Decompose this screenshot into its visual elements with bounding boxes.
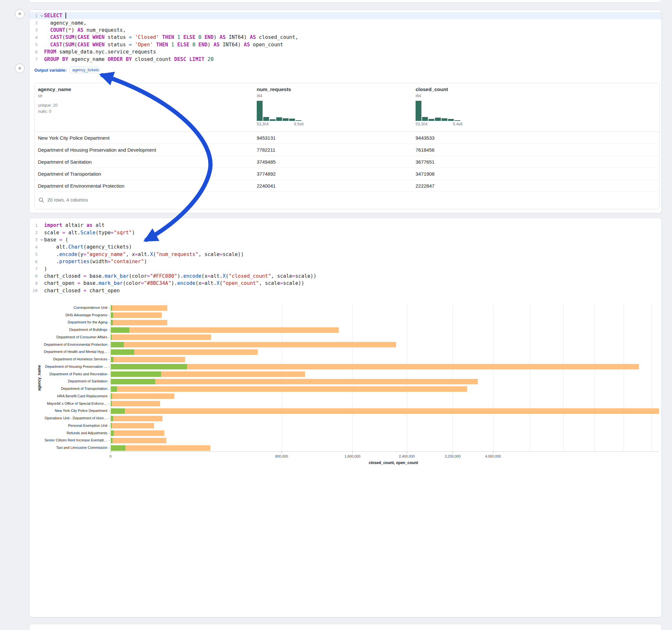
sql-code-line-7[interactable]: 7GROUP BY agency_name ORDER BY closed_co…	[29, 55, 661, 63]
sql-code-line-1[interactable]: 1SELECT	[29, 12, 661, 19]
code-text: chart_open = base.mark_bar(color="#8BC34…	[44, 280, 304, 286]
fold-chevron-icon[interactable]	[39, 14, 44, 17]
code-token: =	[141, 280, 144, 286]
python-code-line-5[interactable]: 5 .encode(y="agency_name", x=alt.X("num_…	[29, 251, 661, 258]
output-variable-chip[interactable]: agency_tickets	[70, 67, 99, 73]
gridline	[282, 304, 282, 452]
code-token: )	[132, 230, 135, 236]
code-token: =	[219, 251, 222, 257]
sql-code-line-6[interactable]: 6FROM sample_data.nyc.service_requests	[29, 48, 661, 55]
chart-bar-open	[111, 438, 113, 443]
code-token: END	[198, 42, 208, 48]
column-header-agency-name[interactable]: agency_name str unique: 20 nulls: 0	[38, 87, 71, 114]
plus-icon: +	[18, 65, 21, 72]
y-axis-label: Personal Exemption Unit	[31, 423, 107, 428]
sql-code-line-4[interactable]: 4 CAST(SUM(CASE WHEN status = 'Closed' T…	[29, 34, 661, 41]
code-token: (x	[195, 280, 201, 286]
code-token: =	[77, 280, 80, 286]
code-token	[189, 42, 192, 48]
chart-bar-open	[111, 320, 113, 325]
code-token	[201, 34, 204, 40]
code-text: base = (	[44, 237, 68, 243]
code-token: CAST	[50, 34, 62, 40]
chart-bar-open	[111, 312, 113, 318]
code-token: X	[217, 280, 219, 286]
code-token: altair	[62, 222, 87, 228]
code-text: alt.Chart(agency_tickets)	[44, 244, 132, 250]
gridline	[453, 304, 453, 452]
column-name: closed_count	[415, 87, 462, 92]
python-code-line-3[interactable]: 3base = (	[29, 236, 661, 243]
python-code-line-4[interactable]: 4 alt.Chart(agency_tickets)	[29, 243, 661, 250]
column-header-closed-count[interactable]: closed_count i64 53,304 9.4e6	[415, 87, 462, 126]
code-token: =	[201, 280, 204, 286]
chart-bar-closed	[111, 423, 154, 429]
x-axis-tick-label: 3,200,000	[445, 454, 461, 458]
sql-code-editor[interactable]: 1SELECT 2 agency_name,3 COUNT(*) AS num_…	[29, 10, 661, 63]
code-text: FROM sample_data.nyc.service_requests	[44, 49, 156, 55]
code-token: chart_open	[87, 288, 120, 294]
line-number: 8	[29, 273, 39, 278]
y-axis-label: Department of Parks and Recreation	[31, 372, 107, 376]
code-token: "open_count"	[223, 280, 259, 286]
column-header-num-requests[interactable]: num_requests i64 53,304 9.5e6	[257, 87, 304, 126]
code-token: chart_open	[44, 280, 77, 286]
search-icon[interactable]	[39, 197, 44, 203]
chart-bar-open	[111, 416, 113, 421]
code-token: "closed_count"	[229, 273, 271, 279]
code-token: (	[74, 42, 77, 48]
x-tick	[453, 452, 453, 453]
code-token	[44, 34, 50, 40]
code-text: COUNT(*) AS num_requests,	[44, 27, 126, 33]
chart-bar-closed	[111, 401, 160, 406]
python-code-line-1[interactable]: 1import altair as alt	[29, 222, 661, 229]
code-token	[195, 34, 198, 40]
chart-bar-open	[111, 423, 112, 429]
y-tick	[108, 433, 110, 434]
table-header: agency_name str unique: 20 nulls: 0 num_…	[35, 83, 659, 132]
chart-bar-open	[111, 379, 155, 384]
code-token: (width	[90, 259, 107, 264]
python-code-line-2[interactable]: 2scale = alt.Scale(type="sqrt")	[29, 229, 661, 236]
code-token: 1	[171, 42, 174, 48]
python-code-line-10[interactable]: 10chart_closed + chart_open	[29, 287, 661, 294]
y-tick	[108, 411, 110, 411]
table-cell: 2222847	[415, 180, 434, 192]
histogram-bar	[435, 118, 441, 121]
code-token: base	[44, 237, 59, 243]
sql-code-line-2[interactable]: 2 agency_name,	[29, 19, 661, 26]
python-code-line-9[interactable]: 9chart_open = base.mark_bar(color="#8BC3…	[29, 280, 661, 287]
code-token: =	[208, 273, 210, 279]
sql-code-line-3[interactable]: 3 COUNT(*) AS num_requests,	[29, 27, 661, 34]
code-token: base.	[80, 280, 99, 286]
gridline	[493, 304, 494, 452]
column-stat-unique: unique: 20	[38, 102, 71, 108]
y-tick	[108, 359, 110, 360]
histogram-bar	[441, 118, 447, 121]
y-axis-label: Senior Citizen Rent Increase Exempti…	[31, 438, 107, 442]
code-token	[123, 56, 126, 62]
line-number: 2	[29, 20, 39, 25]
python-code-line-8[interactable]: 8chart_closed = base.mark_bar(color="#FF…	[29, 272, 661, 280]
code-token	[132, 34, 135, 40]
histogram-bar	[263, 117, 269, 121]
sql-code-line-5[interactable]: 5 CAST(SUM(CASE WHEN status = 'Open' THE…	[29, 41, 661, 48]
fold-chevron-icon[interactable]	[39, 238, 44, 241]
python-code-line-6[interactable]: 6 .properties(width="container")	[29, 258, 661, 265]
python-code-editor[interactable]: 1import altair as alt2scale = alt.Scale(…	[29, 218, 661, 294]
code-token: ORDER	[107, 56, 123, 62]
add-cell-button-middle[interactable]: +	[15, 64, 25, 73]
histogram-min: 53,304	[415, 122, 428, 126]
chart-bar-closed	[111, 393, 174, 399]
code-token: encode	[183, 273, 201, 279]
code-token	[59, 56, 62, 62]
y-axis-label: Department of Homeless Services	[31, 357, 107, 361]
table-body: New York City Police Department945313194…	[35, 132, 659, 192]
code-token: WHEN	[92, 34, 104, 40]
code-text: )	[44, 266, 47, 272]
y-axis-label: Department of Sanitation	[31, 379, 107, 383]
histogram-bar	[276, 117, 282, 121]
add-cell-button-top[interactable]: +	[15, 9, 25, 19]
previous-cell-edge	[29, 0, 662, 3]
python-code-line-7[interactable]: 7)	[29, 265, 661, 272]
